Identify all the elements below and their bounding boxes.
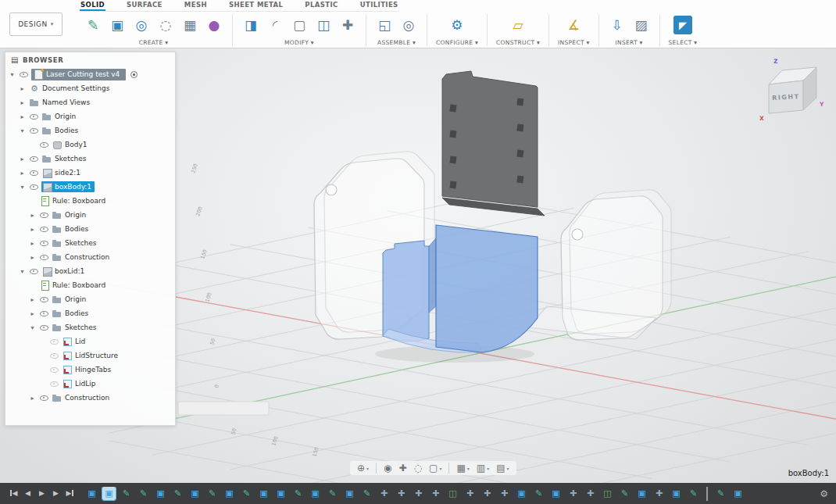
tree-item-boxbody-1[interactable]: ▾boxBody:1	[5, 180, 175, 194]
visibility-eye-icon[interactable]	[29, 267, 38, 275]
press-pull-icon[interactable]: ◨	[241, 16, 260, 34]
tab-surface[interactable]: SURFACE	[126, 0, 163, 11]
pattern-icon[interactable]: ▦	[180, 16, 199, 34]
timeline-feature-move[interactable]: ✚	[566, 487, 580, 500]
visibility-eye-icon[interactable]	[29, 169, 38, 177]
visibility-eye-icon[interactable]	[39, 253, 48, 261]
timeline-feature-move[interactable]: ✚	[584, 487, 597, 500]
expand-arrow-icon[interactable]: ▸	[19, 170, 26, 177]
visibility-eye-icon[interactable]	[49, 380, 59, 388]
tree-item-bodies[interactable]: ▸Bodies	[5, 222, 175, 236]
panel-face[interactable]	[442, 71, 538, 207]
expand-arrow-icon[interactable]: ▸	[29, 240, 36, 247]
expand-arrow-icon[interactable]: ▸	[19, 155, 26, 163]
timeline-feature-extrude[interactable]: ▣	[731, 487, 745, 500]
expand-arrow-icon[interactable]: ▸	[29, 395, 36, 402]
joint-icon[interactable]: ◎	[399, 16, 418, 34]
timeline-feature-combine[interactable]: ◫	[446, 487, 459, 500]
tree-item-rule-boxboard[interactable]: Rule: Boxboard	[5, 278, 175, 292]
box-body-back-edge[interactable]	[429, 238, 436, 313]
tab-mesh[interactable]: MESH	[184, 0, 208, 11]
tree-item-named-views[interactable]: ▸Named Views	[5, 95, 175, 109]
box-body-left-wall[interactable]	[383, 241, 429, 341]
look-at-button[interactable]: ◉	[384, 463, 391, 473]
expand-arrow-icon[interactable]: ▸	[29, 296, 36, 303]
tree-item-sketches[interactable]: ▸Sketches	[5, 152, 175, 166]
zoom-button[interactable]: ◌	[414, 463, 422, 473]
tree-item-bodies[interactable]: ▾Bodies	[5, 123, 175, 138]
timeline-feature-combine[interactable]: ◫	[601, 487, 614, 500]
selected-box-body[interactable]	[383, 225, 538, 352]
toolbar-menu-insert[interactable]: INSERT ▾	[616, 39, 643, 46]
visibility-eye-icon[interactable]	[49, 338, 59, 345]
timeline-feature-extrude[interactable]: ▣	[154, 487, 167, 500]
timeline-feature-extrude[interactable]: ▣	[635, 487, 648, 500]
play-button[interactable]: ▶	[36, 490, 48, 497]
tab-utilities[interactable]: UTILITIES	[359, 0, 399, 11]
timeline-feature-move[interactable]: ✚	[429, 487, 442, 500]
tree-item-construction[interactable]: ▸Construction	[5, 391, 175, 405]
form-icon[interactable]: ●	[205, 16, 223, 34]
view-cube[interactable]: RIGHT Z Y X	[756, 55, 828, 127]
visibility-eye-icon[interactable]	[39, 295, 48, 303]
expand-arrow-icon[interactable]: ▸	[29, 212, 36, 219]
laser-cut-panel-body[interactable]	[442, 71, 545, 216]
visibility-eye-icon[interactable]	[39, 225, 48, 233]
visibility-eye-icon[interactable]	[29, 127, 38, 134]
timeline-feature-move[interactable]: ✚	[652, 487, 666, 500]
tree-item-rule-boxboard[interactable]: Rule: Boxboard	[5, 194, 175, 208]
tree-item-construction[interactable]: ▸Construction	[5, 250, 175, 264]
revolve-icon[interactable]: ◎	[132, 16, 151, 34]
move-copy-icon[interactable]: ✚	[338, 16, 357, 34]
expand-arrow-icon[interactable]: ▾	[29, 324, 36, 331]
measure-icon[interactable]: ∡	[564, 16, 583, 34]
visibility-eye-icon[interactable]	[49, 366, 59, 374]
step-back-button[interactable]: ◀	[22, 490, 34, 497]
expand-arrow-icon[interactable]: ▸	[19, 85, 26, 92]
design-workspace-dropdown[interactable]: DESIGN ▾	[9, 13, 63, 36]
configure-icon[interactable]: ⚙	[448, 16, 466, 34]
visibility-eye-icon[interactable]	[39, 239, 48, 247]
pan-button[interactable]: ✚	[399, 463, 407, 473]
orbit-button[interactable]: ⊕▾	[357, 463, 369, 473]
timeline-feature-sketch[interactable]: ✎	[714, 487, 727, 500]
timeline-feature-sketch[interactable]: ✎	[205, 487, 219, 500]
timeline-feature-move[interactable]: ✚	[412, 487, 425, 500]
visibility-eye-icon[interactable]	[49, 352, 59, 359]
tree-item-origin[interactable]: ▸Origin	[5, 208, 175, 222]
tree-item-sketches[interactable]: ▾Sketches	[5, 320, 175, 334]
timeline-feature-sketch[interactable]: ✎	[326, 487, 339, 500]
timeline-feature-sketch[interactable]: ✎	[291, 487, 305, 500]
timeline-feature-move[interactable]: ✚	[463, 487, 477, 500]
tree-item-bodies[interactable]: ▸Bodies	[5, 306, 175, 320]
timeline-feature-move[interactable]: ✚	[395, 487, 408, 500]
visibility-eye-icon[interactable]	[29, 113, 38, 120]
tree-item-laser-cutting-test-v4[interactable]: ▾Laser Cutting test v4	[5, 67, 175, 81]
timeline-feature-extrude[interactable]: ▣	[549, 487, 563, 500]
toolbar-menu-assemble[interactable]: ASSEMBLE ▾	[377, 39, 416, 46]
timeline-feature-sketch[interactable]: ✎	[240, 487, 253, 500]
shell-icon[interactable]: ▢	[290, 16, 309, 34]
timeline-feature-move[interactable]: ✚	[498, 487, 511, 500]
timeline-feature-extrude[interactable]: ▣	[343, 487, 356, 500]
activate-component-radio[interactable]	[130, 71, 138, 78]
timeline-feature-move[interactable]: ✚	[377, 487, 391, 500]
toolbar-menu-select[interactable]: SELECT ▾	[669, 39, 698, 46]
expand-arrow-icon[interactable]: ▸	[29, 254, 36, 261]
timeline-feature-sketch[interactable]: ✎	[120, 487, 133, 500]
toolbar-menu-configure[interactable]: CONFIGURE ▾	[436, 39, 478, 46]
timeline-position-marker[interactable]	[706, 487, 708, 501]
expand-arrow-icon[interactable]: ▾	[19, 184, 26, 191]
timeline-feature-move[interactable]: ✚	[481, 487, 494, 500]
fit-button[interactable]: ▢▾	[429, 463, 441, 473]
toolbar-menu-construct[interactable]: CONSTRUCT ▾	[496, 39, 540, 46]
sweep-icon[interactable]: ◌	[156, 16, 175, 34]
expand-arrow-icon[interactable]: ▸	[19, 99, 26, 106]
timeline-settings-gear-icon[interactable]: ⚙	[820, 488, 828, 499]
visibility-eye-icon[interactable]	[39, 394, 48, 402]
timeline-feature-extrude[interactable]: ▣	[102, 487, 116, 500]
grid-layout-button[interactable]: ▥▾	[477, 463, 489, 473]
visibility-eye-icon[interactable]	[39, 323, 48, 331]
collapsed-panel-strip[interactable]	[178, 402, 269, 415]
timeline-feature-sketch[interactable]: ✎	[360, 487, 373, 500]
